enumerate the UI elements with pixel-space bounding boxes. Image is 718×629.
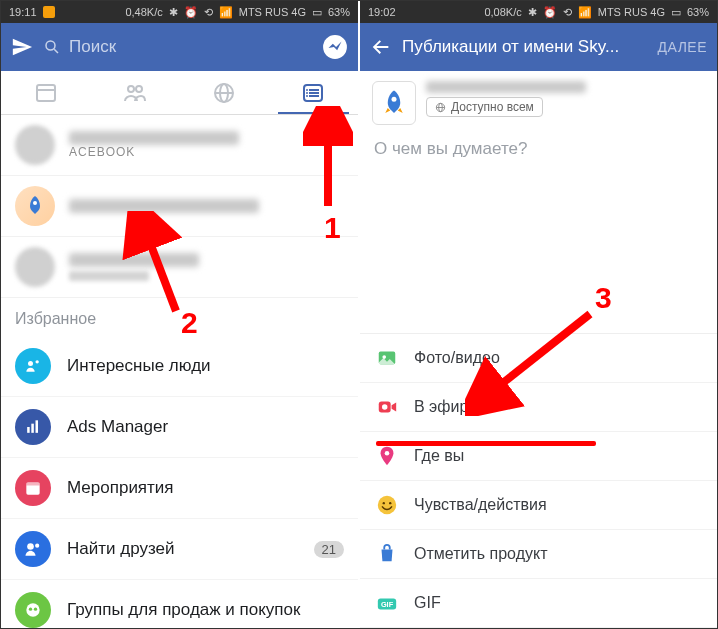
sync-icon: ⟲ bbox=[204, 6, 213, 19]
statusbar-left: 19:11 0,48K/c ✱ ⏰ ⟲ 📶 MTS RUS 4G ▭ 63% bbox=[1, 1, 358, 23]
alarm-icon: ⏰ bbox=[543, 6, 557, 19]
svg-rect-21 bbox=[27, 427, 30, 433]
page-row[interactable] bbox=[1, 176, 358, 237]
friends-badge: 21 bbox=[314, 541, 344, 558]
annotation-3: 3 bbox=[595, 281, 612, 315]
rocket-icon bbox=[379, 88, 409, 118]
profile-sub: ACEBOOK bbox=[69, 145, 344, 159]
bluetooth-icon: ✱ bbox=[528, 6, 537, 19]
menu-sale-groups[interactable]: Группы для продаж и покупок bbox=[1, 580, 358, 628]
svg-point-40 bbox=[382, 404, 388, 410]
alarm-icon: ⏰ bbox=[184, 6, 198, 19]
svg-point-42 bbox=[378, 496, 396, 514]
attach-location[interactable]: Где вы bbox=[360, 432, 717, 481]
menu-interesting-people[interactable]: Интересные люди bbox=[1, 336, 358, 397]
phone-left: 19:11 0,48K/c ✱ ⏰ ⟲ 📶 MTS RUS 4G ▭ 63% П… bbox=[1, 1, 360, 628]
svg-point-26 bbox=[27, 543, 34, 550]
svg-point-28 bbox=[26, 603, 39, 616]
privacy-label: Доступно всем bbox=[451, 100, 534, 114]
status-carrier: MTS RUS 4G bbox=[239, 6, 306, 18]
svg-point-29 bbox=[29, 608, 32, 611]
attach-photo-video[interactable]: Фото/видео bbox=[360, 334, 717, 383]
svg-point-30 bbox=[34, 608, 37, 611]
underline-live bbox=[376, 441, 596, 446]
menu-scroll[interactable]: ACEBOOK Избранное Интересные люди bbox=[1, 115, 358, 628]
svg-line-2 bbox=[54, 49, 58, 53]
events-icon bbox=[15, 470, 51, 506]
battery-icon: ▭ bbox=[312, 6, 322, 19]
attach-list: Фото/видео В эфир Где вы Чувства/действи… bbox=[360, 333, 717, 628]
photo-icon bbox=[376, 347, 398, 369]
appbar-left: Поиск bbox=[1, 23, 358, 71]
spacer bbox=[360, 179, 717, 333]
compose-input[interactable]: О чем вы думаете? bbox=[360, 135, 717, 179]
privacy-chip[interactable]: Доступно всем bbox=[426, 97, 543, 117]
name-blurred bbox=[69, 253, 199, 267]
friends-icon bbox=[123, 81, 147, 105]
feed-icon bbox=[34, 81, 58, 105]
annotation-1: 1 bbox=[324, 211, 341, 245]
attach-feeling[interactable]: Чувства/действия bbox=[360, 481, 717, 530]
menu-events[interactable]: Мероприятия bbox=[1, 458, 358, 519]
status-speed: 0,48K/c bbox=[125, 6, 162, 18]
svg-point-16 bbox=[306, 92, 308, 94]
search-placeholder: Поиск bbox=[69, 37, 116, 57]
attach-label: GIF bbox=[414, 594, 441, 612]
profile-name-blurred bbox=[69, 131, 239, 145]
attach-label: В эфир bbox=[414, 398, 468, 416]
globe-icon bbox=[435, 102, 446, 113]
menu-find-friends[interactable]: Найти друзей 21 bbox=[1, 519, 358, 580]
ads-icon bbox=[15, 409, 51, 445]
phone-right: 19:02 0,08K/c ✱ ⏰ ⟲ 📶 MTS RUS 4G ▭ 63% П… bbox=[360, 1, 717, 628]
svg-point-20 bbox=[36, 360, 39, 363]
messenger-icon[interactable] bbox=[322, 34, 348, 60]
status-speed: 0,08K/c bbox=[484, 6, 521, 18]
attach-product[interactable]: Отметить продукт bbox=[360, 530, 717, 579]
people-icon bbox=[15, 348, 51, 384]
menu-ads-manager[interactable]: Ads Manager bbox=[1, 397, 358, 458]
profile-row-2[interactable] bbox=[1, 237, 358, 298]
live-icon bbox=[376, 396, 398, 418]
sub-blurred bbox=[69, 271, 149, 281]
menu-label: Ads Manager bbox=[67, 417, 344, 437]
svg-rect-0 bbox=[43, 6, 55, 18]
profile-row[interactable]: ACEBOOK bbox=[1, 115, 358, 176]
tab-menu[interactable] bbox=[269, 71, 358, 114]
product-icon bbox=[376, 543, 398, 565]
menu-label: Мероприятия bbox=[67, 478, 344, 498]
tab-feed[interactable] bbox=[1, 71, 90, 114]
tabbar bbox=[1, 71, 358, 115]
attach-label: Где вы bbox=[414, 447, 464, 465]
compose-title: Публикации от имени Sky... bbox=[402, 37, 648, 57]
friends-icon bbox=[15, 531, 51, 567]
avatar bbox=[15, 247, 55, 287]
bluetooth-icon: ✱ bbox=[169, 6, 178, 19]
attach-live[interactable]: В эфир bbox=[360, 383, 717, 432]
svg-point-43 bbox=[383, 502, 385, 504]
tab-friends[interactable] bbox=[90, 71, 179, 114]
battery-icon: ▭ bbox=[671, 6, 681, 19]
status-battery: 63% bbox=[687, 6, 709, 18]
groups-icon bbox=[15, 592, 51, 628]
tab-globe[interactable] bbox=[180, 71, 269, 114]
attach-label: Чувства/действия bbox=[414, 496, 547, 514]
rocket-icon bbox=[23, 194, 47, 218]
menu-label: Интересные люди bbox=[67, 356, 344, 376]
svg-rect-22 bbox=[31, 424, 34, 433]
next-button[interactable]: ДАЛЕЕ bbox=[658, 39, 708, 55]
globe-icon bbox=[212, 81, 236, 105]
attach-gif[interactable]: GIF GIF bbox=[360, 579, 717, 628]
smile-icon bbox=[376, 494, 398, 516]
search-box[interactable]: Поиск bbox=[43, 37, 312, 57]
composer-header: Доступно всем bbox=[360, 71, 717, 135]
svg-point-19 bbox=[28, 361, 33, 366]
send-icon[interactable] bbox=[11, 36, 33, 58]
status-time: 19:02 bbox=[368, 6, 396, 18]
svg-point-44 bbox=[389, 502, 391, 504]
back-icon[interactable] bbox=[370, 36, 392, 58]
status-carrier: MTS RUS 4G bbox=[598, 6, 665, 18]
svg-point-33 bbox=[392, 97, 397, 102]
favorites-header: Избранное bbox=[1, 298, 358, 336]
svg-point-17 bbox=[306, 95, 308, 97]
svg-text:GIF: GIF bbox=[381, 600, 394, 609]
